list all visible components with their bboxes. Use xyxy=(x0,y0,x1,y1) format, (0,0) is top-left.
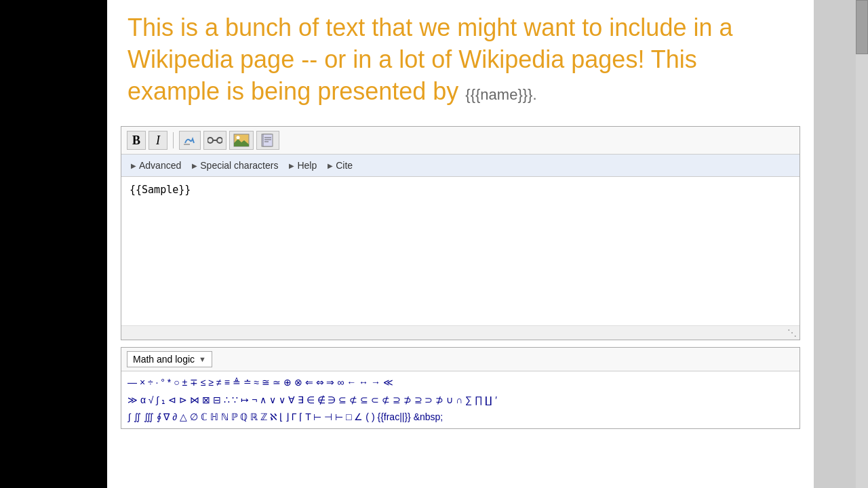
link-button[interactable] xyxy=(203,131,226,150)
intro-text-main: This is a bunch of text that we might wa… xyxy=(127,14,732,105)
help-arrow: ▶ xyxy=(289,162,294,169)
right-panel xyxy=(814,0,868,488)
left-black-panel xyxy=(0,0,107,488)
chars-rows: — × ÷ · ° * ○ ± ∓ ≤ ≥ ≠ ≡ ≜ ≐ ≈ ≅ ≃ ⊕ ⊗ … xyxy=(121,371,800,428)
svg-rect-8 xyxy=(263,134,273,146)
advanced-label: Advanced xyxy=(139,160,181,171)
cite-section[interactable]: ▶ Cite xyxy=(323,157,359,174)
special-chars-header: Math and logic ▼ xyxy=(121,348,800,371)
help-label: Help xyxy=(297,160,317,171)
resize-dots-icon: ⋱ xyxy=(787,327,797,338)
chars-row-3: ∫ ∬ ∭ ∮ ∇ ∂ △ ∅ ℂ ℍ ℕ ℙ ℚ ℝ ℤ ℵ ⌊ ⌋ Γ ⌈ … xyxy=(127,409,793,426)
intro-template-var: {{{name}}}. xyxy=(465,86,536,103)
intro-text-block: This is a bunch of text that we might wa… xyxy=(107,0,814,114)
svg-rect-2 xyxy=(217,138,222,143)
bold-button[interactable]: B xyxy=(127,131,146,150)
special-chars-arrow: ▶ xyxy=(192,162,197,169)
chars-dropdown[interactable]: Math and logic ▼ xyxy=(127,351,212,367)
image-button[interactable] xyxy=(229,131,254,150)
dropdown-arrow-icon: ▼ xyxy=(199,355,206,363)
svg-rect-1 xyxy=(208,138,213,143)
special-chars-container: Math and logic ▼ — × ÷ · ° * ○ ± ∓ ≤ ≥ ≠… xyxy=(121,347,800,429)
main-content: This is a bunch of text that we might wa… xyxy=(107,0,814,488)
cite-label: Cite xyxy=(336,160,353,171)
editor-textarea[interactable] xyxy=(121,177,800,323)
advanced-arrow: ▶ xyxy=(131,162,136,169)
italic-button[interactable]: I xyxy=(149,131,167,150)
chars-dropdown-label: Math and logic xyxy=(133,354,195,365)
scrollbar-track[interactable] xyxy=(856,0,868,488)
help-section[interactable]: ▶ Help xyxy=(285,157,323,174)
svg-point-6 xyxy=(237,136,240,140)
reference-button[interactable] xyxy=(256,131,279,150)
special-chars-label: Special characters xyxy=(200,160,278,171)
signature-button[interactable] xyxy=(179,131,201,150)
scrollbar-thumb[interactable] xyxy=(856,0,868,54)
advanced-section[interactable]: ▶ Advanced xyxy=(127,157,188,174)
chars-row-3-text: ∫ ∬ ∭ ∮ ∇ ∂ △ ∅ ℂ ℍ ℕ ℙ ℚ ℝ ℤ ℵ ⌊ ⌋ Γ ⌈ … xyxy=(128,411,443,422)
toolbar-row1: B I xyxy=(121,127,800,155)
chars-row-2: ≫ α √ ∫ ₁ ⊲ ⊳ ⋈ ⊠ ⊟ ∴ ∵ ↦ ¬ ∧ ∨ ∨ ∀ ∃ ∈ … xyxy=(127,392,793,409)
chars-row-1: — × ÷ · ° * ○ ± ∓ ≤ ≥ ≠ ≡ ≜ ≐ ≈ ≅ ≃ ⊕ ⊗ … xyxy=(127,374,793,391)
toolbar-row2: ▶ Advanced ▶ Special characters ▶ Help ▶… xyxy=(121,155,800,177)
special-chars-section[interactable]: ▶ Special characters xyxy=(188,157,285,174)
editor-container: B I xyxy=(121,126,800,340)
resize-handle[interactable]: ⋱ xyxy=(121,325,800,340)
cite-arrow: ▶ xyxy=(328,162,333,169)
toolbar-divider xyxy=(173,132,174,148)
